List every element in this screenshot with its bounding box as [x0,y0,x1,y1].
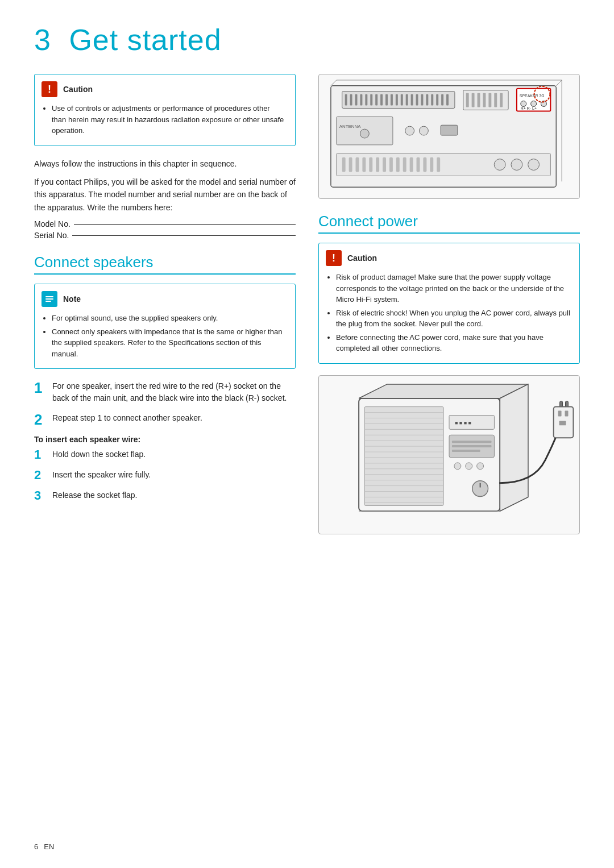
body-text-2: If you contact Philips, you will be aske… [34,176,296,214]
svg-rect-60 [423,157,426,172]
step-2: 2 Repeat step 1 to connect another speak… [34,412,296,427]
svg-rect-94 [452,441,492,443]
svg-text:R+  R-  L+: R+ R- L+ [521,106,537,110]
svg-rect-22 [431,94,433,106]
svg-point-65 [528,159,540,171]
svg-rect-32 [494,93,497,107]
caution-header: ! Caution [42,81,286,97]
device-diagram-top: SPEAKER 3Ω R+ R- L+ ANTENNA [318,74,580,199]
caution-power-item-1: Risk of product damage! Make sure that t… [336,272,570,305]
svg-point-98 [466,462,472,469]
note-box: Note For optimal sound, use the supplied… [34,284,296,369]
caution-label: Caution [63,85,93,94]
svg-point-45 [419,126,428,135]
svg-rect-13 [385,94,388,106]
connect-speakers-heading: Connect speakers [34,254,296,275]
svg-rect-53 [376,157,379,172]
caution-label-power: Caution [347,254,377,263]
svg-rect-46 [441,125,458,135]
svg-rect-51 [362,157,366,172]
svg-text:SPEAKER 3Ω: SPEAKER 3Ω [520,94,545,98]
svg-rect-106 [558,410,562,416]
svg-rect-31 [488,93,491,107]
svg-rect-9 [365,94,367,106]
svg-rect-15 [396,94,398,106]
svg-rect-33 [500,93,503,107]
svg-rect-16 [401,94,403,106]
sub-step-2: 2 Insert the speaker wire fully. [34,469,296,481]
svg-rect-8 [360,94,362,106]
svg-rect-10 [370,94,372,106]
page-footer: 6 EN [34,842,54,851]
svg-rect-1 [45,298,53,300]
caution-header-power: ! Caution [326,250,570,266]
svg-rect-55 [389,157,393,172]
svg-point-97 [454,462,461,469]
svg-point-99 [477,462,484,469]
sub-heading: To insert each speaker wire: [34,435,296,444]
svg-rect-5 [345,94,347,106]
svg-rect-62 [437,157,440,172]
svg-point-43 [360,129,369,138]
svg-rect-0 [45,296,53,297]
caution-box-top: ! Caution Use of controls or adjustments… [34,74,296,146]
model-underline [74,224,296,225]
svg-rect-18 [411,94,413,106]
steps-main: 1 For one speaker, insert the red wire t… [34,380,296,427]
svg-rect-59 [417,157,420,172]
svg-text:ANTENNA: ANTENNA [339,124,362,129]
model-label: Model No. [34,219,70,229]
note-item-1: For optimal sound, use the supplied spea… [52,313,286,324]
svg-rect-96 [452,450,480,452]
svg-line-66 [331,80,337,86]
svg-rect-21 [426,94,428,106]
svg-rect-25 [446,94,449,106]
svg-rect-58 [410,157,413,172]
svg-rect-61 [430,157,433,172]
step-1: 1 For one speaker, insert the red wire t… [34,380,296,404]
svg-point-36 [521,101,526,107]
svg-rect-27 [466,93,469,107]
connect-power-heading: Connect power [318,213,580,234]
caution-list: Use of controls or adjustments or perfor… [42,103,286,136]
svg-rect-28 [472,93,475,107]
svg-rect-52 [369,157,372,172]
svg-rect-24 [441,94,443,106]
svg-rect-29 [478,93,480,107]
left-column: ! Caution Use of controls or adjustments… [34,74,296,534]
footer-page: 6 [34,842,38,851]
svg-point-37 [531,101,537,107]
svg-rect-2 [45,301,51,302]
svg-rect-19 [416,94,418,106]
svg-line-67 [556,80,562,86]
note-icon [42,291,57,307]
footer-lang: EN [44,842,54,851]
svg-rect-6 [350,94,352,106]
sub-step-3: 3 Release the socket flap. [34,489,296,502]
svg-rect-50 [356,157,359,172]
caution-icon-power: ! [326,250,342,266]
caution-list-power: Risk of product damage! Make sure that t… [326,272,570,354]
device-diagram-bottom: ■ ■ ■ ■ [318,375,580,534]
svg-point-44 [405,126,414,135]
caution-icon: ! [42,81,57,97]
svg-point-64 [511,159,522,171]
right-column: SPEAKER 3Ω R+ R- L+ ANTENNA [318,74,580,534]
svg-rect-11 [375,94,377,106]
sub-step-1: 1 Hold down the socket flap. [34,448,296,461]
caution-power-item-2: Risk of electric shock! When you unplug … [336,308,570,330]
chapter-title: 3 Get started [34,23,580,57]
note-item-2: Connect only speakers with impedance tha… [52,326,286,360]
caution-item: Use of controls or adjustments or perfor… [52,103,286,136]
svg-rect-12 [380,94,383,106]
serial-underline [72,235,296,236]
svg-point-63 [494,159,505,171]
svg-rect-7 [355,94,358,106]
sub-steps: 1 Hold down the socket flap. 2 Insert th… [34,448,296,502]
svg-rect-30 [483,93,486,107]
svg-rect-49 [349,157,352,172]
svg-marker-71 [359,384,528,398]
svg-text:■ ■ ■ ■: ■ ■ ■ ■ [455,420,471,426]
svg-rect-73 [364,406,443,505]
svg-rect-54 [383,157,386,172]
